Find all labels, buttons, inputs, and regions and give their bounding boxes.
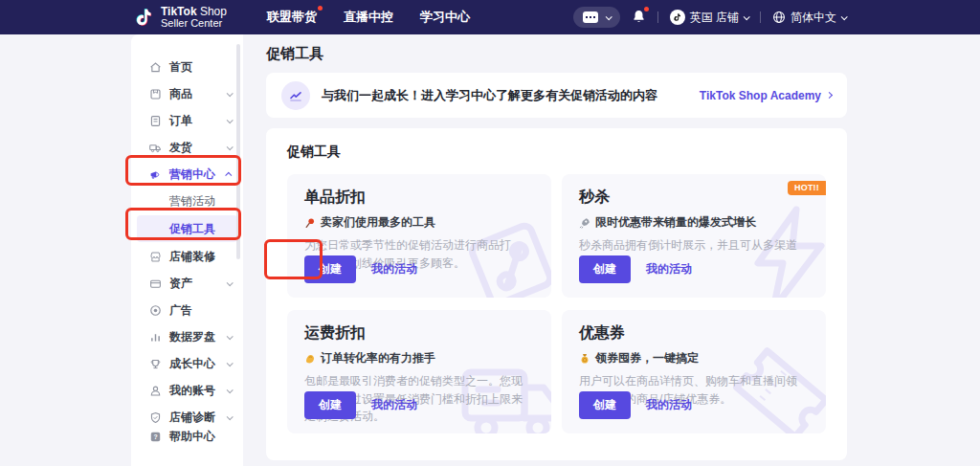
chat-bubble-icon xyxy=(583,11,598,23)
sidebar-item-marketing-center[interactable]: 营销中心 xyxy=(131,161,243,188)
sidebar-item-analytics[interactable]: 数据罗盘 xyxy=(131,323,243,350)
chevron-down-icon xyxy=(605,13,612,20)
sidebar-item-my-account[interactable]: 我的账号 xyxy=(131,377,243,404)
create-button[interactable]: 创建 xyxy=(304,391,356,419)
card-title: 优惠券 xyxy=(579,323,809,344)
language-label: 简体中文 xyxy=(791,10,836,26)
shop-name: 英国 店铺 xyxy=(690,10,739,26)
sidebar-item-orders[interactable]: 订单 xyxy=(131,107,243,134)
header-right: 英国 店铺 简体中文 xyxy=(573,0,846,34)
rocket-icon xyxy=(579,217,590,229)
my-activities-link[interactable]: 我的活动 xyxy=(371,261,417,277)
top-nav: 联盟带货 直播中控 学习中心 xyxy=(267,9,470,26)
messages-dropdown[interactable] xyxy=(573,7,620,28)
chevron-down-icon xyxy=(227,117,234,123)
main-content: 促销工具 与我们一起成长！进入学习中心了解更多有关促销活动的内容 TikTok … xyxy=(266,34,847,460)
page-title: 促销工具 xyxy=(266,45,847,63)
card-subtitle: 卖家们使用最多的工具 xyxy=(304,214,534,231)
my-activities-link[interactable]: 我的活动 xyxy=(371,397,417,413)
chevron-right-icon xyxy=(826,92,833,99)
chevron-down-icon xyxy=(227,90,234,97)
muscle-icon xyxy=(304,353,316,365)
card-subtitle: 领券囤券，一键搞定 xyxy=(579,350,809,366)
nav-affiliate[interactable]: 联盟带货 xyxy=(267,9,317,26)
chevron-up-icon xyxy=(225,171,232,178)
sidebar-subitem-marketing-campaigns[interactable]: 营销活动 xyxy=(131,188,243,214)
card-title: 运费折扣 xyxy=(304,323,534,344)
tiktok-note-icon xyxy=(134,6,155,29)
card-flash-deal: HOT!! 秒杀 限时优惠带来销量的爆发式增长 秒杀商品拥有倒计时展示，并且可从… xyxy=(562,174,826,298)
globe-icon xyxy=(772,11,786,24)
sidebar: 首页 商品 订单 发货 营销中心 营销活动 促销工具 店铺装修 资产 广告 xyxy=(131,34,243,466)
card-coupon: 优惠券 领券囤券，一键搞定 用户可以在商品详情页、购物车和直播间领取您创建的商品… xyxy=(562,310,826,433)
nav-academy[interactable]: 学习中心 xyxy=(420,9,470,26)
create-button[interactable]: 创建 xyxy=(304,255,356,283)
sidebar-item-shop-decoration[interactable]: 店铺装修 xyxy=(131,243,243,270)
growth-chart-icon xyxy=(281,81,310,110)
nav-live-console[interactable]: 直播中控 xyxy=(344,9,393,26)
ads-icon xyxy=(148,303,162,317)
card-subtitle: 订单转化率的有力推手 xyxy=(304,350,534,366)
section-title: 促销工具 xyxy=(287,144,826,161)
chevron-down-icon xyxy=(227,333,234,340)
create-button[interactable]: 创建 xyxy=(579,255,631,283)
notification-dot xyxy=(318,6,323,11)
chevron-down-icon xyxy=(227,360,234,366)
shipping-icon xyxy=(148,141,162,154)
notification-dot xyxy=(644,7,649,11)
logo-text: TikTok Shop Seller Center xyxy=(161,6,227,29)
card-title: 单品折扣 xyxy=(304,188,534,208)
card-product-discount: 单品折扣 卖家们使用最多的工具 为您日常或季节性的促销活动进行商品打折，通过划线… xyxy=(287,174,551,298)
tool-cards-grid: 单品折扣 卖家们使用最多的工具 为您日常或季节性的促销活动进行商品打折，通过划线… xyxy=(287,174,826,433)
sidebar-item-ads[interactable]: 广告 xyxy=(131,297,243,323)
sidebar-subitem-promotion-tools[interactable]: 促销工具 xyxy=(137,215,237,242)
chevron-down-icon xyxy=(227,279,234,286)
create-button[interactable]: 创建 xyxy=(579,391,631,419)
help-icon: ? xyxy=(148,430,162,443)
chevron-down-icon xyxy=(744,13,750,20)
card-shipping-discount: 运费折扣 订单转化率的有力推手 包邮是最吸引消费者的促销类型之一。您现在可以通过… xyxy=(287,310,551,433)
orders-icon xyxy=(148,114,162,127)
sidebar-scrollbar[interactable] xyxy=(236,44,240,259)
tiktok-icon xyxy=(670,10,685,25)
chevron-down-icon xyxy=(841,13,848,20)
product-icon xyxy=(148,87,162,100)
card-subtitle: 限时优惠带来销量的爆发式增长 xyxy=(579,214,809,231)
sidebar-item-growth-center[interactable]: 成长中心 xyxy=(131,350,243,377)
sidebar-item-shipping[interactable]: 发货 xyxy=(131,134,243,161)
growth-icon xyxy=(148,357,162,370)
home-icon xyxy=(148,60,162,74)
svg-text:?: ? xyxy=(153,433,157,440)
divider xyxy=(760,11,761,23)
bell-icon xyxy=(632,9,646,24)
chart-icon xyxy=(148,330,162,344)
shop-selector[interactable]: 英国 店铺 xyxy=(670,10,748,26)
banner-text: 与我们一起成长！进入学习中心了解更多有关促销活动的内容 xyxy=(322,87,657,104)
pushpin-icon xyxy=(304,217,316,229)
language-selector[interactable]: 简体中文 xyxy=(772,10,846,26)
hot-badge: HOT!! xyxy=(788,181,826,195)
sidebar-item-home[interactable]: 首页 xyxy=(131,54,243,80)
storefront-icon xyxy=(148,250,162,263)
shield-icon xyxy=(148,411,162,424)
academy-banner: 与我们一起成长！进入学习中心了解更多有关促销活动的内容 TikTok Shop … xyxy=(266,73,847,118)
wallet-icon xyxy=(148,277,162,290)
chevron-down-icon xyxy=(227,387,234,393)
promotion-tools-section: 促销工具 单品折扣 卖家们使用最多的工具 为您日常或季节性的促销活动进行商品打折… xyxy=(266,128,847,460)
chevron-down-icon xyxy=(227,144,234,150)
sidebar-item-products[interactable]: 商品 xyxy=(131,80,243,107)
medal-icon xyxy=(579,353,590,365)
top-header: TikTok Shop Seller Center 联盟带货 直播中控 学习中心… xyxy=(0,0,980,34)
academy-link[interactable]: TikTok Shop Academy xyxy=(700,89,832,102)
my-activities-link[interactable]: 我的活动 xyxy=(646,397,692,413)
sidebar-item-assets[interactable]: 资产 xyxy=(131,270,243,297)
account-icon xyxy=(148,384,162,397)
chevron-down-icon xyxy=(227,413,234,420)
notifications-button[interactable] xyxy=(632,9,646,27)
megaphone-icon xyxy=(148,167,162,181)
divider xyxy=(657,11,658,23)
card-title: 秒杀 xyxy=(579,188,809,208)
tiktok-shop-logo[interactable]: TikTok Shop Seller Center xyxy=(134,6,227,29)
my-activities-link[interactable]: 我的活动 xyxy=(646,261,692,277)
sidebar-item-help-center[interactable]: ? 帮助中心 xyxy=(131,423,243,450)
